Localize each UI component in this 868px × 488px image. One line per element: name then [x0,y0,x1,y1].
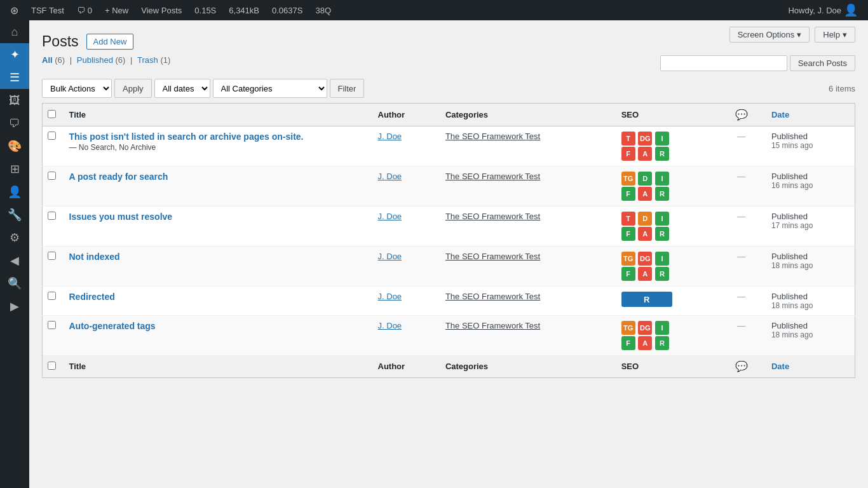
sidebar-item-tools[interactable]: 🔧 [0,203,29,226]
date-sort-link[interactable]: Date [771,110,789,119]
author-link[interactable]: J. Doe [378,321,402,330]
wp-logo-item[interactable]: ⊛ [5,0,24,20]
seo-badge-r[interactable]: R [621,292,672,307]
seo-badge-i[interactable]: I [655,252,669,266]
category-link[interactable]: The SEO Framework Test [445,212,540,221]
author-link[interactable]: J. Doe [378,132,402,141]
row-checkbox[interactable] [48,132,56,140]
sidebar-item-collapse[interactable]: ◀ [0,249,29,272]
page-title: Posts [42,33,79,50]
screen-options-button[interactable]: Screen Options ▾ [729,27,810,43]
author-link[interactable]: J. Doe [378,212,402,221]
bulk-actions-select[interactable]: Bulk Actions [42,79,112,98]
apply-button[interactable]: Apply [114,79,152,98]
seo-badge-i[interactable]: I [655,172,669,186]
post-subtitle: — No Search, No Archive [69,143,363,152]
date-status: Published [771,212,847,221]
sidebar-item-users[interactable]: 👤 [0,180,29,203]
seo-badge-tg[interactable]: TG [621,172,635,186]
row-checkbox[interactable] [48,252,56,260]
row-checkbox-cell [43,166,62,207]
seo-badge-dg[interactable]: DG [638,321,652,335]
seo-badge-a[interactable]: A [638,227,652,241]
title-sort-link[interactable]: Title [69,110,86,119]
seo-badge-dg[interactable]: DG [638,132,652,146]
search-posts-button[interactable]: Search Posts [790,55,855,71]
date-column-header[interactable]: Date [764,104,855,126]
sidebar-item-comments[interactable]: 🗩 [0,112,29,135]
seo-badge-d[interactable]: D [638,172,652,186]
seo-badge-r[interactable]: R [655,147,669,161]
post-title-link[interactable]: A post ready for search [69,172,168,182]
seo-badge-a[interactable]: A [638,187,652,201]
filter-button[interactable]: Filter [330,79,365,98]
search-input[interactable] [660,55,787,71]
seo-badge-f[interactable]: F [621,336,635,350]
select-all-checkbox-bottom[interactable] [48,362,56,370]
seo-badge-a[interactable]: A [638,336,652,350]
seo-badge-f[interactable]: F [621,227,635,241]
category-link[interactable]: The SEO Framework Test [445,292,540,301]
add-new-button[interactable]: Add New [86,34,134,50]
published-posts-link[interactable]: Published (6) [77,55,128,65]
post-title-link[interactable]: Redirected [69,292,115,302]
author-link[interactable]: J. Doe [378,172,402,181]
all-posts-link[interactable]: All (6) [42,55,67,65]
seo-badge-tg[interactable]: TG [621,321,635,335]
category-link[interactable]: The SEO Framework Test [445,252,540,261]
sidebar-item-media[interactable]: 🖼 [0,89,29,112]
post-title-link[interactable]: Not indexed [69,252,120,262]
row-checkbox[interactable] [48,172,56,180]
row-checkbox[interactable] [48,321,56,329]
howdy-item[interactable]: Howdy, J. Doe 👤 [783,0,863,20]
seo-badge-a[interactable]: A [638,147,652,161]
seo-badge-r[interactable]: R [655,336,669,350]
sidebar-item-search[interactable]: 🔍 [0,272,29,295]
seo-badge-i[interactable]: I [655,132,669,146]
row-checkbox[interactable] [48,292,56,300]
seo-badge-tg[interactable]: TG [621,252,635,266]
select-all-checkbox[interactable] [48,110,56,118]
seo-badge-a[interactable]: A [638,267,652,281]
posts-list: This post isn't listed in search or arch… [43,126,855,356]
row-checkbox[interactable] [48,212,56,220]
sidebar-item-seo[interactable]: ✦ [0,43,29,66]
seo-badge-r[interactable]: R [655,267,669,281]
sidebar-item-appearance[interactable]: 🎨 [0,135,29,158]
seo-badge-dg[interactable]: DG [638,252,652,266]
category-link[interactable]: The SEO Framework Test [445,132,540,141]
title-column-header[interactable]: Title [62,104,370,126]
seo-badge-f[interactable]: F [621,187,635,201]
seo-badge-i[interactable]: I [655,212,669,226]
categories-cell: The SEO Framework Test [438,316,614,356]
post-title-link[interactable]: This post isn't listed in search or arch… [69,132,304,142]
site-name-item[interactable]: TSF Test [26,0,69,20]
comments-cell: — [719,166,764,207]
seo-badge-t[interactable]: T [621,212,635,226]
sidebar-item-settings[interactable]: ⚙ [0,226,29,249]
seo-badge-d[interactable]: D [638,212,652,226]
seo-badge-r[interactable]: R [655,187,669,201]
dates-filter-select[interactable]: All dates [154,79,210,98]
sidebar-item-dashboard[interactable]: ⌂ [0,20,29,43]
post-title-link[interactable]: Issues you must resolve [69,212,173,222]
category-link[interactable]: The SEO Framework Test [445,172,540,181]
sidebar-item-plugins[interactable]: ⊞ [0,158,29,180]
categories-filter-select[interactable]: All Categories [213,79,327,98]
sidebar-item-player[interactable]: ▶ [0,295,29,318]
comments-item[interactable]: 🗩 0 [72,0,97,20]
sidebar-item-posts[interactable]: ☰ [0,66,29,89]
author-link[interactable]: J. Doe [378,252,402,261]
seo-badge-i[interactable]: I [655,321,669,335]
seo-badge-r[interactable]: R [655,227,669,241]
trash-posts-link[interactable]: Trash (1) [137,55,170,65]
seo-badge-t[interactable]: T [621,132,635,146]
category-link[interactable]: The SEO Framework Test [445,321,540,330]
post-title-link[interactable]: Auto-generated tags [69,321,156,331]
seo-badge-f[interactable]: F [621,147,635,161]
author-link[interactable]: J. Doe [378,292,402,301]
help-button[interactable]: Help ▾ [815,27,855,43]
new-content-item[interactable]: + New [100,0,133,20]
view-posts-item[interactable]: View Posts [136,0,187,20]
seo-badge-f[interactable]: F [621,267,635,281]
